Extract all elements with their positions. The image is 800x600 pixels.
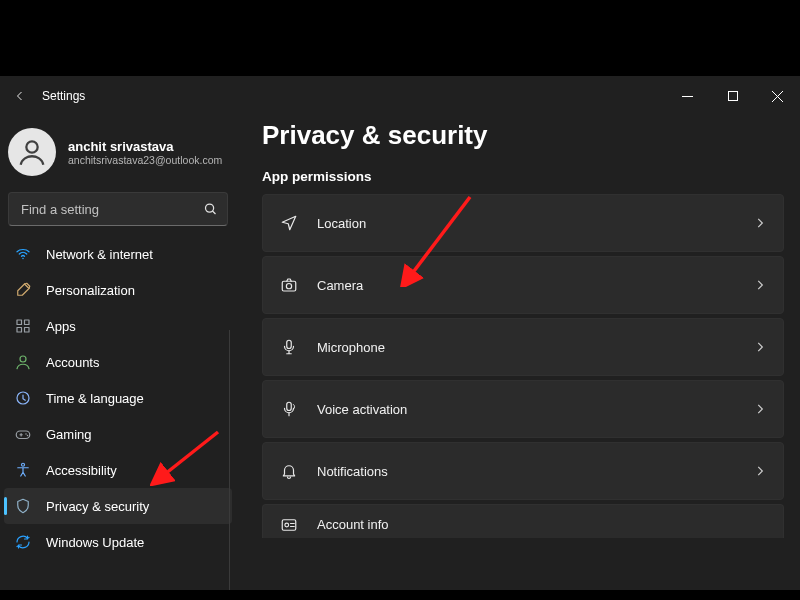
- sidebar-item-label: Accessibility: [46, 463, 117, 478]
- svg-point-16: [27, 435, 29, 437]
- tile-label: Camera: [317, 278, 363, 293]
- svg-point-19: [286, 284, 291, 289]
- sidebar-item-wifi[interactable]: Network & internet: [4, 236, 232, 272]
- svg-rect-14: [16, 431, 30, 439]
- tile-camera[interactable]: Camera: [262, 256, 784, 314]
- svg-rect-8: [17, 320, 22, 325]
- svg-rect-1: [728, 92, 737, 101]
- active-indicator: [4, 497, 7, 515]
- nav-list: Network & internetPersonalizationAppsAcc…: [4, 236, 232, 560]
- profile-block[interactable]: anchit srivastava anchitsrivastava23@out…: [4, 116, 232, 190]
- sidebar-item-label: Accounts: [46, 355, 99, 370]
- search-icon: [203, 202, 218, 217]
- tile-label: Account info: [317, 517, 389, 532]
- profile-name: anchit srivastava: [68, 139, 222, 154]
- chevron-right-icon: [753, 340, 767, 354]
- chevron-right-icon: [753, 464, 767, 478]
- svg-point-12: [20, 356, 26, 362]
- maximize-button[interactable]: [710, 76, 755, 116]
- apps-icon: [14, 317, 32, 335]
- sidebar-item-label: Personalization: [46, 283, 135, 298]
- sidebar-item-label: Privacy & security: [46, 499, 149, 514]
- tile-voice[interactable]: Voice activation: [262, 380, 784, 438]
- sidebar-item-label: Gaming: [46, 427, 92, 442]
- settings-window: Settings anchit srivastava anchitsrivas: [0, 76, 800, 590]
- brush-icon: [14, 281, 32, 299]
- clock-icon: [14, 389, 32, 407]
- close-button[interactable]: [755, 76, 800, 116]
- svg-rect-9: [25, 320, 30, 325]
- tile-label: Voice activation: [317, 402, 407, 417]
- gaming-icon: [14, 425, 32, 443]
- svg-point-15: [25, 433, 27, 435]
- minimize-button[interactable]: [665, 76, 710, 116]
- tile-label: Microphone: [317, 340, 385, 355]
- sidebar-item-person[interactable]: Accounts: [4, 344, 232, 380]
- location-icon: [279, 213, 299, 233]
- bell-icon: [279, 461, 299, 481]
- titlebar: Settings: [0, 76, 800, 116]
- chevron-right-icon: [753, 402, 767, 416]
- window-title: Settings: [42, 89, 85, 103]
- section-title: App permissions: [262, 169, 784, 184]
- account-icon: [279, 515, 299, 535]
- sidebar-item-label: Apps: [46, 319, 76, 334]
- sidebar-item-gaming[interactable]: Gaming: [4, 416, 232, 452]
- tile-account[interactable]: Account info: [262, 504, 784, 538]
- update-icon: [14, 533, 32, 551]
- tile-label: Location: [317, 216, 366, 231]
- svg-rect-18: [282, 281, 296, 291]
- chevron-right-icon: [753, 216, 767, 230]
- voice-icon: [279, 399, 299, 419]
- page-title: Privacy & security: [262, 120, 784, 151]
- window-controls: [665, 76, 800, 116]
- tile-list: LocationCameraMicrophoneVoice activation…: [262, 194, 784, 538]
- person-icon: [14, 353, 32, 371]
- svg-rect-21: [287, 402, 292, 410]
- wifi-icon: [14, 245, 32, 263]
- sidebar: anchit srivastava anchitsrivastava23@out…: [0, 116, 236, 590]
- tile-location[interactable]: Location: [262, 194, 784, 252]
- svg-point-7: [22, 258, 24, 260]
- svg-point-23: [285, 523, 289, 527]
- chevron-right-icon: [753, 278, 767, 292]
- back-button[interactable]: [14, 89, 26, 103]
- tile-label: Notifications: [317, 464, 388, 479]
- nav: Network & internetPersonalizationAppsAcc…: [4, 236, 232, 590]
- main-panel: Privacy & security App permissions Locat…: [236, 116, 800, 590]
- sidebar-item-clock[interactable]: Time & language: [4, 380, 232, 416]
- sidebar-item-accessibility[interactable]: Accessibility: [4, 452, 232, 488]
- nav-separator: [229, 330, 230, 590]
- svg-line-6: [213, 211, 216, 214]
- sidebar-item-label: Network & internet: [46, 247, 153, 262]
- svg-rect-20: [287, 340, 292, 348]
- sidebar-item-update[interactable]: Windows Update: [4, 524, 232, 560]
- search-wrap: [8, 192, 228, 226]
- svg-rect-11: [25, 328, 30, 333]
- svg-point-4: [26, 141, 37, 152]
- microphone-icon: [279, 337, 299, 357]
- svg-point-17: [22, 463, 25, 466]
- sidebar-item-apps[interactable]: Apps: [4, 308, 232, 344]
- sidebar-item-shield[interactable]: Privacy & security: [4, 488, 232, 524]
- shield-icon: [14, 497, 32, 515]
- sidebar-item-brush[interactable]: Personalization: [4, 272, 232, 308]
- svg-rect-10: [17, 328, 22, 333]
- accessibility-icon: [14, 461, 32, 479]
- avatar: [8, 128, 56, 176]
- tile-microphone[interactable]: Microphone: [262, 318, 784, 376]
- svg-point-5: [206, 204, 214, 212]
- search-input[interactable]: [8, 192, 228, 226]
- camera-icon: [279, 275, 299, 295]
- tile-bell[interactable]: Notifications: [262, 442, 784, 500]
- profile-email: anchitsrivastava23@outlook.com: [68, 154, 222, 166]
- sidebar-item-label: Time & language: [46, 391, 144, 406]
- sidebar-item-label: Windows Update: [46, 535, 144, 550]
